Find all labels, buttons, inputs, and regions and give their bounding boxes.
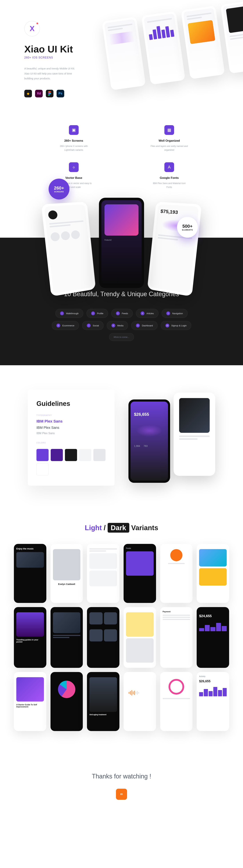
badge-number: 500+ — [182, 224, 193, 229]
category-profile: 2Profile — [86, 309, 108, 318]
dark-word: Dark — [108, 523, 129, 533]
variant-grid: Enjoy the music Evelyn Caldwell Feeds Tr… — [14, 544, 229, 731]
svg-point-0 — [50, 93, 51, 94]
hero-phone-4 — [220, 0, 243, 73]
xd-icon: Xd — [35, 90, 43, 97]
badge-number: 260+ — [54, 185, 64, 191]
guideline-phone-light — [174, 393, 215, 476]
variant-card — [196, 544, 229, 603]
variant-card: Payment — [160, 607, 193, 668]
guidelines-section: Guidelines TYPOGRAPHY IBM Plex Sans IBM … — [0, 365, 243, 510]
hero-phone-1 — [102, 17, 146, 90]
swatch-light-gray — [79, 449, 91, 461]
font-sample-light: IBM Plex Sans — [36, 432, 106, 435]
feature-desc: 260+ Iphone X screens with Light/Dark va… — [55, 144, 93, 152]
phone-amount: $75,193 — [160, 209, 195, 216]
svg-rect-6 — [136, 692, 136, 694]
variant-card: Feeds — [124, 544, 156, 603]
feature-vector: ⟐ Vector Base All shapes are in vector a… — [35, 162, 113, 189]
sketch-icon: ◆ — [24, 90, 32, 97]
swatch-white — [36, 463, 49, 475]
svg-rect-5 — [134, 691, 135, 695]
feature-desc: Files and layers are welly named and org… — [150, 144, 188, 152]
variant-card: Anti-aging treatment — [87, 672, 119, 731]
tool-icons-row: ◆ Xd Ps — [24, 90, 219, 97]
screens-badge: 260+ SCREENS — [49, 179, 69, 199]
variant-card: Activity$26,655 — [196, 672, 229, 731]
font-sample-bold: IBM Plex Sans — [36, 419, 106, 424]
variant-card: $24,655 — [196, 607, 229, 668]
guidelines-card: Guidelines TYPOGRAPHY IBM Plex Sans IBM … — [28, 390, 115, 486]
svg-rect-3 — [131, 690, 132, 695]
variant-card: Traveling guides in your pocket — [14, 607, 47, 668]
dark-section: 260+ SCREENS Featured $75,193 500+ ELEME… — [0, 238, 243, 365]
footer-badge-icon: 89 — [116, 789, 127, 800]
guideline-phones: $26,6551,984783 — [128, 393, 215, 483]
vector-icon: ⟐ — [69, 162, 79, 172]
variant-card — [87, 544, 119, 603]
hero-description: A beautiful, unique and trendy Mobile UI… — [24, 66, 80, 81]
font-icon: A — [164, 162, 174, 172]
hero-phone-mockups — [102, 0, 243, 90]
variant-card — [51, 672, 83, 731]
phone-right: $75,193 — [147, 202, 202, 297]
variant-card: A Starter Guide To Self Improvement — [14, 672, 47, 731]
variant-card — [87, 607, 119, 668]
guideline-phone-dark: $26,6551,984783 — [128, 399, 170, 483]
three-phone-mockups: 260+ SCREENS Featured $75,193 500+ ELEME… — [0, 203, 243, 276]
category-more: More to come... — [109, 333, 134, 341]
badge-label: ELEMENTS — [182, 229, 193, 231]
categories-list: 1Walkthrough 2Profile 3Feeds 4Articles 5… — [43, 309, 200, 341]
svg-rect-7 — [137, 691, 138, 694]
variants-title: Light / Dark Variants — [14, 524, 229, 532]
feature-title: Vector Base — [35, 176, 113, 180]
category-dashboard: 9Dashboard — [131, 321, 158, 330]
elements-badge: 500+ ELEMENTS — [177, 217, 198, 238]
feature-desc: IBM Plex Sans and Material Icon Fonts — [150, 181, 188, 189]
features-grid: ▣ 260+ Screens 260+ Iphone X screens wit… — [0, 111, 243, 203]
thanks-message: Thanks for watching ! — [0, 773, 243, 780]
typography-label: TYPOGRAPHY — [36, 414, 106, 416]
svg-rect-1 — [129, 692, 129, 694]
variant-card — [160, 672, 193, 731]
category-walkthrough: 1Walkthrough — [55, 309, 83, 318]
category-media: 8Media — [107, 321, 128, 330]
feature-title: 260+ Screens — [35, 139, 113, 143]
color-swatches — [36, 449, 106, 475]
svg-rect-2 — [130, 691, 131, 694]
category-articles: 4Articles — [136, 309, 159, 318]
light-word: Light — [85, 524, 102, 532]
logo-x-icon: X — [30, 25, 34, 33]
logo-badge: X — [24, 21, 40, 36]
guidelines-heading: Guidelines — [36, 400, 106, 407]
colors-label: COLORS — [36, 442, 106, 444]
folder-icon: ▦ — [164, 125, 174, 135]
font-sample-regular: IBM Plex Sans — [36, 426, 106, 430]
category-feeds: 3Feeds — [111, 309, 133, 318]
swatch-purple — [36, 449, 49, 461]
category-social: 7Social — [82, 321, 103, 330]
badge-label: SCREENS — [54, 191, 64, 193]
phone-left — [41, 202, 96, 297]
variant-card: Evelyn Caldwell — [51, 544, 83, 603]
footer: Thanks for watching ! 89 — [0, 755, 243, 824]
feature-organized: ▦ Well Organized Files and layers are we… — [130, 125, 208, 152]
feature-fonts: A Google Fonts IBM Plex Sans and Materia… — [130, 162, 208, 189]
svg-rect-8 — [138, 692, 139, 693]
hero-section: X Xiao UI Kit 260+ IOS SCREENS A beautif… — [0, 0, 243, 111]
variant-card — [51, 607, 83, 668]
swatch-gray — [93, 449, 105, 461]
feature-screens: ▣ 260+ Screens 260+ Iphone X screens wit… — [35, 125, 113, 152]
feature-title: Google Fonts — [130, 176, 208, 180]
category-ecommerce: 6Ecommerce — [52, 321, 79, 330]
hero-phone-2 — [141, 11, 185, 85]
feature-title: Well Organized — [130, 139, 208, 143]
logo-dot-icon — [36, 23, 38, 24]
phone-amount: $26,655 — [134, 412, 164, 417]
categories-title: 10 Beautiful, Trendy & Unique Categories — [0, 290, 243, 299]
category-navigation: 5Navigation — [161, 309, 187, 318]
svg-rect-4 — [133, 691, 133, 694]
variants-section: Light / Dark Variants Enjoy the music Ev… — [0, 510, 243, 755]
variant-card — [124, 672, 156, 731]
hero-phone-3 — [181, 5, 225, 79]
